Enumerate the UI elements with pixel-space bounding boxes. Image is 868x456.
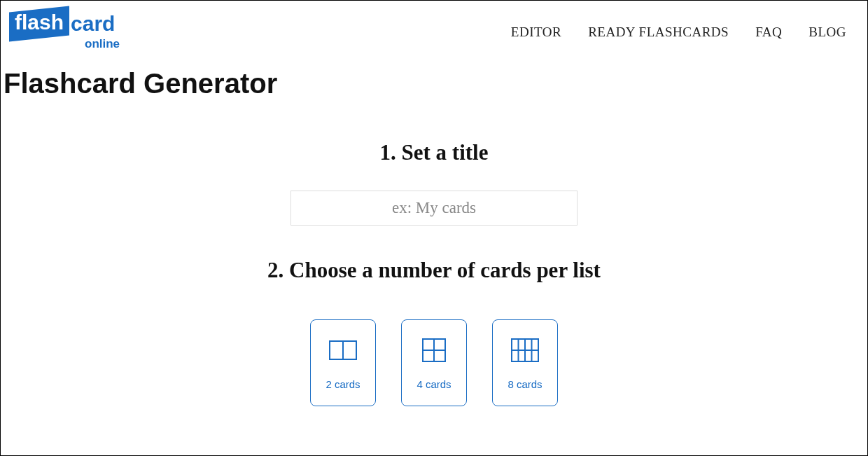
nav-blog[interactable]: BLOG [808,25,846,40]
logo-flash-text: flash [15,12,64,33]
logo[interactable]: flash card online [9,9,120,51]
grid-8-icon [511,336,539,364]
nav-ready-flashcards[interactable]: READY FLASHCARDS [588,25,729,40]
step2-heading: 2. Choose a number of cards per list [1,258,867,283]
option-8-cards[interactable]: 8 cards [492,319,558,406]
option-label: 2 cards [326,378,360,390]
main-nav: EDITOR READY FLASHCARDS FAQ BLOG [511,9,846,40]
title-input[interactable] [290,191,578,226]
card-count-options: 2 cards 4 cards [1,319,867,406]
option-label: 8 cards [507,378,542,390]
option-2-cards[interactable]: 2 cards [310,319,376,406]
page-title: Flashcard Generator [4,68,867,99]
step1-heading: 1. Set a title [1,140,867,165]
grid-2-icon [329,336,357,364]
logo-online-text: online [85,37,120,51]
nav-editor[interactable]: EDITOR [511,25,561,40]
logo-card-text: card [71,13,115,34]
option-label: 4 cards [416,378,451,390]
grid-4-icon [422,336,446,364]
nav-faq[interactable]: FAQ [755,25,782,40]
option-4-cards[interactable]: 4 cards [401,319,467,406]
